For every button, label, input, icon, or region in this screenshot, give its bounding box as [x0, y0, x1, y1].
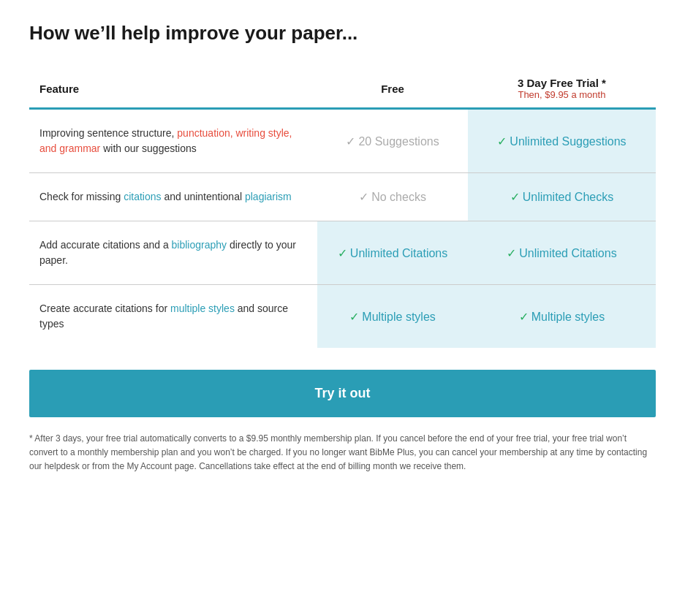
col-trial-header: 3 Day Free Trial * Then, $9.95 a month: [468, 65, 656, 109]
free-cell-checks: ✓No checks: [317, 173, 468, 221]
trial-cell-citations: ✓Unlimited Citations: [468, 221, 656, 285]
trial-label: 3 Day Free Trial *: [518, 77, 606, 89]
free-value-checks: ✓No checks: [359, 191, 426, 203]
feature-description-citations: Add accurate citations and a bibliograph…: [39, 237, 307, 268]
feature-cell-citations: Add accurate citations and a bibliograph…: [29, 221, 317, 285]
free-value-citations: ✓Unlimited Citations: [338, 247, 447, 259]
try-button-row: Try it out: [29, 370, 656, 417]
free-cell-styles: ✓Multiple styles: [317, 285, 468, 348]
trial-cell-styles: ✓Multiple styles: [468, 285, 656, 348]
feature-description-checks: Check for missing citations and unintent…: [39, 189, 307, 205]
trial-sub: Then, $9.95 a month: [478, 89, 646, 100]
footer-text: * After 3 days, your free trial automati…: [29, 433, 647, 471]
free-cell-suggestions: ✓20 Suggestions: [317, 109, 468, 173]
feature-cell-checks: Check for missing citations and unintent…: [29, 173, 317, 221]
table-row-suggestions: Improving sentence structure, punctuatio…: [29, 109, 656, 173]
free-value-suggestions: ✓20 Suggestions: [346, 135, 439, 148]
page-title: How we’ll help improve your paper...: [29, 22, 656, 45]
free-cell-citations: ✓Unlimited Citations: [317, 221, 468, 285]
free-value-styles: ✓Multiple styles: [349, 311, 435, 323]
try-it-out-button[interactable]: Try it out: [29, 370, 656, 417]
footer-note: * After 3 days, your free trial automati…: [29, 432, 656, 474]
feature-cell-suggestions: Improving sentence structure, punctuatio…: [29, 109, 317, 173]
trial-value-checks: ✓Unlimited Checks: [510, 191, 613, 203]
comparison-table: Feature Free 3 Day Free Trial * Then, $9…: [29, 65, 656, 348]
trial-cell-checks: ✓Unlimited Checks: [468, 173, 656, 221]
trial-value-suggestions: ✓Unlimited Suggestions: [497, 135, 626, 148]
table-header: Feature Free 3 Day Free Trial * Then, $9…: [29, 65, 656, 109]
col-free-header: Free: [317, 65, 468, 109]
table-row-styles: Create accurate citations for multiple s…: [29, 285, 656, 348]
trial-value-citations: ✓Unlimited Citations: [507, 247, 616, 259]
feature-description-styles: Create accurate citations for multiple s…: [39, 301, 307, 332]
feature-description-suggestions: Improving sentence structure, punctuatio…: [39, 126, 307, 156]
col-feature-header: Feature: [29, 65, 317, 109]
trial-cell-suggestions: ✓Unlimited Suggestions: [468, 109, 656, 173]
table-row-checks: Check for missing citations and unintent…: [29, 173, 656, 221]
table-row-citations: Add accurate citations and a bibliograph…: [29, 221, 656, 285]
trial-value-styles: ✓Multiple styles: [519, 311, 605, 323]
feature-cell-styles: Create accurate citations for multiple s…: [29, 285, 317, 348]
